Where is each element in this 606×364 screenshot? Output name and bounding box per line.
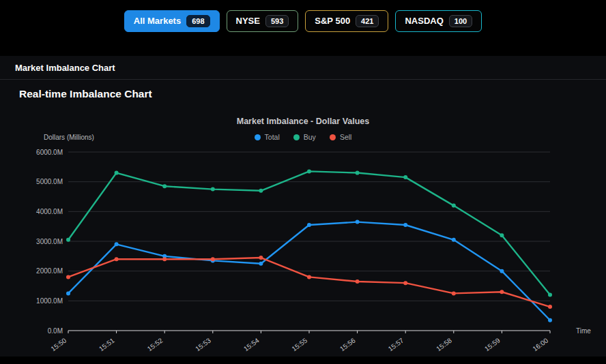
y-tick-label: 4000.0M bbox=[36, 208, 63, 215]
market-tabs: All Markets698NYSE593S&P 500421NASDAQ100 bbox=[0, 0, 606, 31]
data-point-buy bbox=[259, 189, 263, 193]
data-point-sell bbox=[356, 279, 360, 284]
data-point-buy bbox=[548, 293, 552, 297]
legend-dot bbox=[293, 134, 300, 140]
legend-dot bbox=[330, 134, 336, 140]
x-tick-label: 15:52 bbox=[146, 336, 164, 352]
legend-label: Total bbox=[265, 133, 280, 141]
legend-item-sell[interactable]: Sell bbox=[330, 133, 352, 141]
tab-sp500[interactable]: S&P 500421 bbox=[305, 10, 388, 32]
data-point-sell bbox=[548, 305, 552, 309]
x-tick-label: 15:55 bbox=[290, 336, 308, 352]
y-tick-label: 6000.0M bbox=[36, 149, 63, 156]
chart-plot-area: 0.0M1000.0M2000.0M3000.0M4000.0M5000.0M6… bbox=[0, 145, 606, 361]
tab-count-badge: 593 bbox=[265, 15, 289, 27]
x-axis-title: Time bbox=[576, 327, 591, 335]
legend-item-buy[interactable]: Buy bbox=[293, 133, 316, 141]
tab-count-badge: 100 bbox=[449, 15, 472, 27]
tab-count-badge: 421 bbox=[356, 15, 379, 27]
data-point-sell bbox=[403, 281, 407, 285]
data-point-sell bbox=[259, 256, 263, 260]
x-tick-label: 15:56 bbox=[338, 336, 357, 352]
legend-label: Buy bbox=[304, 133, 316, 141]
y-tick-label: 1000.0M bbox=[36, 297, 63, 305]
data-point-buy bbox=[452, 204, 456, 208]
data-point-buy bbox=[66, 238, 70, 242]
data-point-sell bbox=[162, 257, 167, 261]
x-tick-label: 15:50 bbox=[49, 336, 68, 352]
page-title: Real-time Imbalance Chart bbox=[0, 88, 606, 100]
data-point-buy bbox=[500, 233, 504, 237]
legend-label: Sell bbox=[340, 133, 352, 141]
x-tick-label: 16:00 bbox=[531, 336, 549, 352]
y-tick-label: 5000.0M bbox=[36, 178, 63, 185]
chart-subrow: Dollars (Millions) TotalBuySell bbox=[0, 130, 606, 145]
data-point-total bbox=[452, 238, 456, 242]
data-point-total bbox=[259, 262, 263, 266]
tab-count-badge: 698 bbox=[186, 15, 210, 27]
data-point-buy bbox=[403, 175, 407, 179]
data-point-sell bbox=[307, 275, 311, 279]
data-point-sell bbox=[115, 257, 119, 261]
data-point-total bbox=[548, 318, 552, 322]
tab-label: All Markets bbox=[134, 15, 181, 27]
series-line-sell bbox=[68, 258, 550, 307]
panel-title: Market Imbalance Chart bbox=[15, 63, 591, 73]
x-tick-label: 15:57 bbox=[387, 336, 405, 352]
y-tick-label: 3000.0M bbox=[36, 238, 63, 245]
data-point-sell bbox=[211, 257, 215, 261]
panel-header: Market Imbalance Chart bbox=[0, 56, 606, 80]
data-point-total bbox=[115, 242, 119, 246]
panel-body: Real-time Imbalance Chart Market Imbalan… bbox=[0, 80, 606, 363]
imbalance-chart: Market Imbalance - Dollar Values Dollars… bbox=[0, 117, 606, 363]
data-point-buy bbox=[211, 187, 215, 192]
legend-dot bbox=[255, 134, 261, 140]
tab-label: S&P 500 bbox=[315, 15, 350, 27]
data-point-total bbox=[66, 291, 70, 295]
x-tick-label: 15:53 bbox=[194, 336, 212, 352]
y-axis-label: Dollars (Millions) bbox=[44, 134, 94, 141]
page: All Markets698NYSE593S&P 500421NASDAQ100… bbox=[0, 0, 606, 357]
data-point-total bbox=[356, 220, 360, 224]
data-point-buy bbox=[307, 169, 311, 173]
imbalance-panel: Market Imbalance Chart Real-time Imbalan… bbox=[0, 56, 606, 357]
data-point-sell bbox=[452, 291, 456, 295]
data-point-sell bbox=[500, 290, 504, 294]
tab-all-markets[interactable]: All Markets698 bbox=[124, 10, 220, 32]
chart-title: Market Imbalance - Dollar Values bbox=[0, 117, 606, 126]
tab-label: NASDAQ bbox=[405, 15, 443, 27]
data-point-sell bbox=[66, 275, 70, 279]
x-tick-label: 15:59 bbox=[483, 336, 502, 352]
data-point-buy bbox=[115, 171, 119, 175]
x-tick-label: 15:51 bbox=[98, 336, 116, 352]
data-point-total bbox=[500, 269, 504, 273]
data-point-buy bbox=[162, 184, 167, 188]
x-tick-label: 15:54 bbox=[242, 336, 261, 352]
x-tick-label: 15:58 bbox=[435, 336, 453, 352]
y-tick-label: 2000.0M bbox=[36, 267, 63, 275]
tab-label: NYSE bbox=[236, 15, 260, 27]
tab-nasdaq[interactable]: NASDAQ100 bbox=[395, 10, 482, 32]
data-point-total bbox=[403, 223, 407, 227]
tab-nyse[interactable]: NYSE593 bbox=[227, 10, 299, 32]
legend-item-total[interactable]: Total bbox=[255, 133, 280, 141]
y-tick-label: 0.0M bbox=[48, 327, 63, 335]
data-point-total bbox=[307, 223, 311, 227]
data-point-buy bbox=[356, 171, 360, 175]
